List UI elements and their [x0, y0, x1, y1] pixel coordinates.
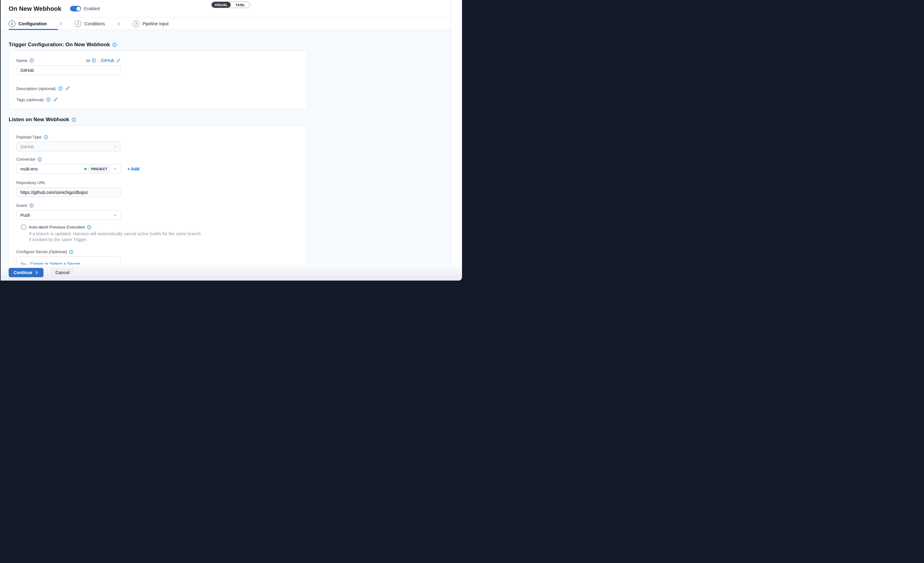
repository-url-label: Repository URL [16, 180, 46, 185]
auto-abort-help-line1: If a branch is updated, Harness will aut… [29, 231, 232, 237]
connector-select[interactable]: multi-env PROJECT [16, 164, 121, 174]
configuration-form: Trigger Configuration: On New Webhook Na… [1, 30, 451, 281]
description-row: Description (optional) [16, 86, 300, 91]
info-icon[interactable] [58, 86, 63, 91]
tab-configuration[interactable]: 1 Configuration [9, 20, 47, 27]
step-number-badge: 1 [9, 20, 15, 27]
id-value-link[interactable]: GitHub [100, 58, 114, 63]
connector-scope-badge: PROJECT [88, 166, 110, 172]
event-value: Push [20, 213, 113, 218]
info-icon[interactable] [38, 157, 42, 162]
tags-row: Tags (optional) [16, 97, 300, 102]
configure-secret-label: Configure Secret (Optional) [16, 249, 67, 254]
id-separator: : [98, 58, 99, 63]
step-label: Configuration [18, 21, 47, 26]
id-group: Id : GitHub [86, 58, 121, 63]
tab-pipeline-input[interactable]: 3 Pipeline Input [133, 20, 169, 27]
configure-secret-label-group: Configure Secret (Optional) [16, 249, 300, 254]
wizard-footer: Continue Cancel [1, 265, 462, 281]
connector-label-group: Connector [16, 157, 300, 162]
chevron-down-icon [113, 213, 117, 217]
tags-label: Tags (optional) [16, 97, 44, 102]
toggle-knob-icon [76, 6, 81, 11]
add-connector-button[interactable]: + Add [128, 166, 140, 171]
auto-abort-help-line2: if invoked by the same Trigger. [29, 237, 232, 243]
trigger-configuration-heading-text: Trigger Configuration: On New Webhook [9, 42, 110, 48]
tab-conditions[interactable]: 2 Conditions [75, 20, 105, 27]
info-icon[interactable] [92, 58, 96, 63]
name-id-row: Name Id : GitHub [16, 58, 121, 63]
auto-abort-row: Auto-abort Previous Execution [21, 225, 300, 229]
visual-yaml-toggle: VISUAL YAML [211, 1, 250, 8]
info-icon[interactable] [69, 250, 74, 254]
event-field: Event Push [16, 203, 300, 220]
cancel-button-label: Cancel [56, 270, 70, 275]
trigger-configuration-card: Name Id : GitHub [9, 50, 307, 109]
listen-card: Payload Type GitHub Connector [9, 126, 307, 279]
continue-button[interactable]: Continue [9, 268, 44, 277]
event-label: Event [16, 203, 27, 208]
name-label: Name [16, 58, 27, 63]
main-column: On New Webhook Enabled VISUAL YAML 1 Con… [1, 0, 451, 281]
event-label-group: Event [16, 203, 300, 208]
auto-abort-label-group: Auto-abort Previous Execution [28, 225, 91, 229]
description-label: Description (optional) [16, 86, 56, 91]
visual-tab[interactable]: VISUAL [212, 2, 231, 8]
payload-type-field: Payload Type GitHub [16, 135, 300, 151]
id-label: Id [86, 58, 90, 63]
edit-pencil-icon[interactable] [53, 97, 58, 102]
yaml-tab[interactable]: YAML [231, 2, 250, 8]
info-icon[interactable] [44, 135, 48, 139]
info-icon[interactable] [30, 58, 34, 63]
auto-abort-label: Auto-abort Previous Execution [28, 225, 85, 229]
edit-pencil-icon[interactable] [116, 58, 121, 63]
wizard-header: On New Webhook Enabled VISUAL YAML [1, 0, 451, 18]
enabled-label: Enabled [84, 6, 100, 11]
info-icon[interactable] [87, 225, 91, 229]
chevron-right-icon [117, 22, 121, 26]
step-number-badge: 2 [75, 20, 81, 27]
chevron-down-icon [113, 145, 117, 148]
chevron-right-icon [35, 271, 39, 274]
payload-type-value: GitHub [20, 144, 113, 149]
auto-abort-checkbox[interactable] [21, 225, 26, 229]
info-icon[interactable] [72, 117, 76, 122]
repository-url-label-group: Repository URL [16, 180, 300, 185]
payload-type-label: Payload Type [16, 135, 42, 139]
right-rail [451, 0, 462, 281]
chevron-right-icon [58, 22, 63, 26]
continue-button-label: Continue [14, 270, 32, 275]
edit-pencil-icon[interactable] [65, 86, 70, 91]
repository-url-input[interactable] [16, 187, 121, 197]
auto-abort-help-text: If a branch is updated, Harness will aut… [29, 231, 232, 243]
trigger-configuration-heading: Trigger Configuration: On New Webhook [9, 42, 451, 48]
listen-heading-text: Listen on New Webhook [9, 117, 69, 123]
chevron-down-icon [113, 167, 117, 171]
connector-row: multi-env PROJECT + Add [16, 164, 300, 174]
info-icon[interactable] [46, 97, 51, 102]
connector-value: multi-env [20, 166, 84, 171]
info-icon[interactable] [112, 43, 117, 47]
step-label: Pipeline Input [142, 21, 169, 26]
listen-heading: Listen on New Webhook [9, 117, 451, 123]
connector-field: Connector multi-env PROJECT [16, 157, 300, 174]
enabled-toggle[interactable] [70, 6, 81, 11]
repository-url-field: Repository URL [16, 180, 300, 197]
step-label: Conditions [84, 21, 105, 26]
cancel-button[interactable]: Cancel [51, 268, 74, 277]
step-number-badge: 3 [133, 20, 140, 27]
step-tabbar: 1 Configuration 2 Conditions 3 Pipeline … [1, 18, 451, 30]
trigger-wizard-panel: On New Webhook Enabled VISUAL YAML 1 Con… [1, 0, 462, 281]
name-label-group: Name [16, 58, 34, 63]
name-input[interactable] [16, 65, 121, 75]
payload-type-label-group: Payload Type [16, 135, 300, 139]
payload-type-select[interactable]: GitHub [16, 142, 121, 151]
event-select[interactable]: Push [16, 210, 121, 220]
connector-status-dot-icon [84, 168, 87, 170]
page-title: On New Webhook [9, 5, 62, 12]
info-icon[interactable] [29, 204, 34, 208]
connector-label: Connector [16, 157, 36, 162]
enabled-toggle-group: Enabled [70, 6, 100, 11]
